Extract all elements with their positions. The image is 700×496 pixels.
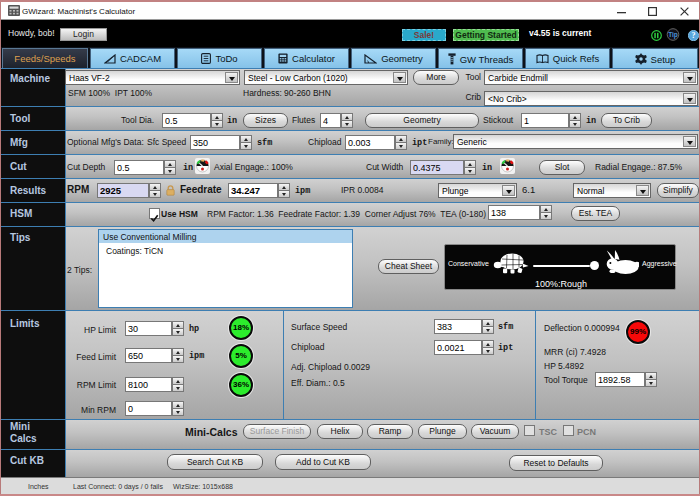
svg-text:Tip: Tip — [668, 31, 678, 39]
svg-text:?: ? — [692, 31, 696, 40]
